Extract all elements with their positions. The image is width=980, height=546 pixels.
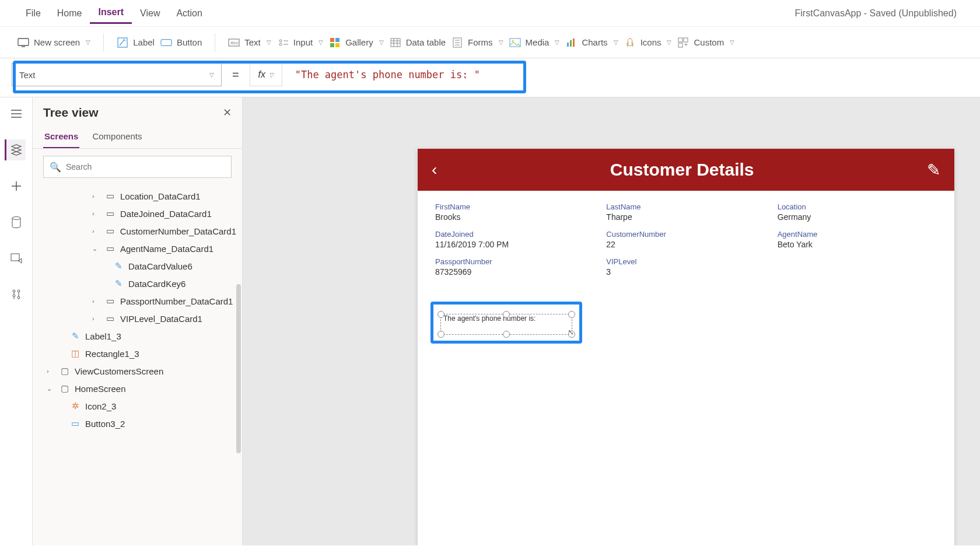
edit-icon[interactable]: ✎ [927, 160, 940, 180]
field-lastname: LastNameTharpe [606, 202, 765, 222]
menu-view[interactable]: View [132, 4, 168, 23]
variables-icon[interactable] [6, 284, 27, 305]
data-table-button[interactable]: Data table [390, 37, 446, 48]
resize-handle[interactable] [568, 311, 575, 318]
svg-rect-11 [335, 38, 340, 42]
forms-icon [452, 37, 463, 48]
field-custnum: CustomerNumber22 [606, 230, 765, 249]
resize-handle[interactable] [438, 331, 444, 338]
resize-handle[interactable] [503, 331, 510, 338]
add-icon[interactable] [6, 176, 27, 197]
custom-dropdown[interactable]: + Custom ▽ [677, 37, 734, 48]
svg-rect-38 [11, 254, 19, 261]
tree-item-vip[interactable]: ›▭VIPLevel_DataCard1 [33, 310, 242, 327]
fx-button[interactable]: fx ▽ [250, 63, 282, 86]
button-label: Button [177, 37, 202, 47]
chevron-down-icon: ▽ [499, 39, 503, 46]
chevron-down-icon: ▽ [267, 39, 271, 46]
input-label: Input [293, 37, 313, 47]
tree-item-location[interactable]: ›▭Location_DataCard1 [33, 187, 242, 205]
menu-file[interactable]: File [18, 4, 49, 23]
field-firstname: FirstNameBrooks [435, 202, 594, 222]
tree-item-viewcustomers[interactable]: ›▢ViewCustomersScreen [33, 362, 242, 380]
search-icon: 🔍 [50, 162, 61, 173]
tree-view-icon[interactable] [5, 139, 26, 160]
svg-point-44 [18, 296, 20, 299]
svg-point-43 [13, 295, 15, 297]
database-icon[interactable] [6, 212, 27, 233]
resize-handle[interactable] [503, 311, 510, 318]
field-location: LocationGermany [778, 202, 937, 222]
input-icon [277, 37, 289, 48]
insert-button-button[interactable]: Button [160, 37, 202, 48]
label-icon [117, 37, 128, 48]
tree-search-input[interactable] [66, 162, 225, 172]
forms-dropdown[interactable]: Forms ▽ [452, 37, 503, 48]
tab-screens[interactable]: Screens [43, 128, 79, 148]
tree-item-datacardvalue6[interactable]: ✎DataCardValue6 [33, 257, 242, 275]
app-title: FirstCanvasApp - Saved (Unpublished) [795, 8, 963, 19]
datacard-icon: ▭ [105, 208, 116, 219]
chevron-down-icon: ▽ [209, 72, 214, 78]
resize-handle[interactable] [438, 311, 444, 318]
tree-item-homescreen[interactable]: ⌄▢HomeScreen [33, 380, 242, 397]
text-dropdown[interactable]: Abc Text ▽ [228, 37, 271, 48]
gallery-label: Gallery [345, 37, 373, 47]
app-screen[interactable]: ‹ Customer Details ✎ FirstNameBrooks Las… [418, 149, 954, 545]
svg-text:Abc: Abc [230, 40, 239, 46]
fx-label: fx [258, 69, 265, 80]
svg-point-7 [279, 43, 282, 46]
gallery-dropdown[interactable]: Gallery ▽ [329, 37, 384, 48]
selected-label-text: The agent's phone number is: [443, 314, 536, 323]
property-selector[interactable]: Text ▽ [12, 63, 222, 86]
charts-dropdown[interactable]: Charts ▽ [565, 37, 618, 48]
tree-item-agentname[interactable]: ⌄▭AgentName_DataCard1 [33, 240, 242, 257]
chevron-down-icon: ▽ [379, 39, 384, 46]
menu-action[interactable]: Action [168, 4, 210, 23]
insert-label-button[interactable]: Label [117, 37, 155, 48]
tab-components[interactable]: Components [91, 128, 143, 148]
svg-point-37 [12, 217, 20, 220]
hamburger-icon[interactable] [6, 103, 27, 124]
menu-home[interactable]: Home [49, 4, 90, 23]
tree-item-button32[interactable]: ▭Button3_2 [33, 415, 242, 432]
selected-label-control[interactable]: The agent's phone number is: ⤡ [440, 314, 572, 335]
back-icon[interactable]: ‹ [432, 160, 437, 179]
tree-item-passport[interactable]: ›▭PassportNumber_DataCard1 [33, 292, 242, 310]
tree-search[interactable]: 🔍 [43, 156, 232, 178]
button-icon: ▭ [70, 418, 80, 429]
svg-text:+: + [684, 41, 688, 48]
menu-insert[interactable]: Insert [90, 2, 132, 24]
chevron-down-icon: ▽ [667, 39, 671, 46]
datacard-icon: ▭ [105, 226, 116, 236]
new-screen-button[interactable]: New screen ▽ [18, 37, 90, 48]
formula-input[interactable]: "The agent's phone number is: " [288, 63, 968, 86]
input-dropdown[interactable]: Input ▽ [277, 37, 323, 48]
label-label: Label [133, 37, 155, 47]
tree-item-rect13[interactable]: ◫Rectangle1_3 [33, 345, 242, 362]
button-icon [160, 37, 172, 48]
svg-rect-3 [161, 39, 172, 46]
tree-item-icon23[interactable]: ✲Icon2_3 [33, 397, 242, 415]
svg-rect-14 [391, 38, 400, 47]
tree-item-custnum[interactable]: ›▭CustomerNumber_DataCard1 [33, 222, 242, 240]
tree-item-datacardkey6[interactable]: ✎DataCardKey6 [33, 275, 242, 292]
charts-label: Charts [582, 37, 607, 47]
chevron-down-icon: ▽ [86, 39, 90, 46]
top-menu-bar: File Home Insert View Action FirstCanvas… [0, 0, 980, 27]
equals-sign: = [228, 68, 244, 82]
separator [103, 33, 104, 52]
field-datejoined: DateJoined11/16/2019 7:00 PM [435, 230, 594, 249]
media-dropdown[interactable]: Media ▽ [509, 37, 560, 48]
svg-rect-10 [330, 38, 334, 42]
canvas[interactable]: ‹ Customer Details ✎ FirstNameBrooks Las… [243, 97, 980, 545]
scrollbar[interactable] [236, 284, 241, 453]
svg-point-24 [512, 40, 513, 41]
tree-item-datejoined[interactable]: ›▭DateJoined_DataCard1 [33, 205, 242, 222]
close-icon[interactable]: ✕ [223, 106, 232, 119]
icons-dropdown[interactable]: Icons ▽ [624, 37, 672, 48]
media-panel-icon[interactable] [6, 248, 27, 269]
tree-title: Tree view [43, 106, 99, 120]
tree-item-label13[interactable]: ✎Label1_3 [33, 327, 242, 345]
chevron-down-icon: ▽ [269, 72, 274, 78]
